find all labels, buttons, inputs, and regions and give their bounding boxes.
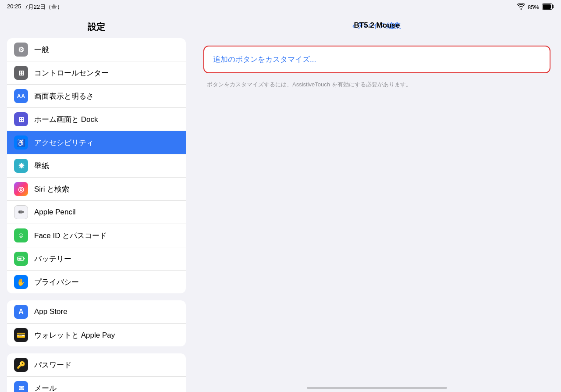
svg-rect-1 [543, 4, 551, 9]
battery-settings-icon [14, 252, 28, 266]
sidebar-item-password[interactable]: 🔑 パスワード [7, 353, 186, 377]
wallpaper-icon: ❋ [14, 159, 28, 173]
sidebar-item-appstore[interactable]: A App Store [7, 300, 186, 324]
sidebar-item-label: Face ID とパスコード [34, 231, 107, 241]
main-container: 設定 ⚙ 一般 ⊞ コントロールセンター AA 画面表示と明るさ [0, 14, 561, 392]
battery-percentage: 85% [528, 4, 539, 11]
status-time-area: 20:25 7月22日（金） [7, 3, 63, 11]
general-icon: ⚙ [14, 43, 28, 57]
appstore-icon: A [14, 305, 28, 319]
sidebar-item-privacy[interactable]: ✋ プライバシー [7, 271, 186, 293]
detail-title: BT5.2 Mouse [354, 21, 400, 30]
sidebar-item-label: アクセシビリティ [34, 138, 94, 148]
home-bar [307, 387, 447, 389]
home-indicator [193, 383, 561, 392]
sidebar-item-label: Apple Pencil [34, 208, 76, 217]
detail-content: 追加のボタンをカスタマイズ... ボタンをカスタマイズするには、Assistiv… [193, 37, 561, 383]
customize-button-label: 追加のボタンをカスタマイズ... [213, 55, 316, 64]
sidebar-item-display[interactable]: AA 画面表示と明るさ [7, 85, 186, 108]
wifi-icon [517, 4, 525, 11]
customize-button-card[interactable]: 追加のボタンをカスタマイズ... [203, 46, 550, 73]
mail-icon: ✉ [14, 381, 28, 392]
sidebar-item-label: バッテリー [34, 254, 71, 264]
sidebar-item-label: 壁紙 [34, 161, 49, 171]
status-date: 7月22日（金） [25, 3, 63, 11]
privacy-icon: ✋ [14, 275, 28, 289]
sidebar-item-battery[interactable]: バッテリー [7, 247, 186, 271]
sidebar-item-siri[interactable]: ◎ Siri と検索 [7, 178, 186, 201]
battery-icon [542, 4, 554, 11]
svg-rect-3 [18, 258, 21, 260]
status-time: 20:25 [7, 3, 21, 11]
status-icons: 85% [517, 4, 554, 11]
sidebar-item-label: ウォレットと Apple Pay [34, 330, 115, 340]
sidebar-title: 設定 [0, 18, 193, 38]
hint-text: ボタンをカスタマイズするには、AssistiveTouch を有効にする必要があ… [203, 80, 550, 89]
sidebar-item-label: Siri と検索 [34, 184, 69, 194]
sidebar-item-homescreen[interactable]: ⊞ ホーム画面と Dock [7, 108, 186, 131]
sidebar-item-control-center[interactable]: ⊞ コントロールセンター [7, 61, 186, 85]
sidebar: 設定 ⚙ 一般 ⊞ コントロールセンター AA 画面表示と明るさ [0, 14, 193, 392]
sidebar-item-face-id[interactable]: ☺ Face ID とパスコード [7, 224, 186, 247]
sidebar-item-apple-pencil[interactable]: ✏ Apple Pencil [7, 201, 186, 224]
homescreen-icon: ⊞ [14, 112, 28, 126]
sidebar-item-label: 画面表示と明るさ [34, 91, 94, 101]
face-id-icon: ☺ [14, 228, 28, 242]
sidebar-item-wallpaper[interactable]: ❋ 壁紙 [7, 154, 186, 178]
detail-header: ‹ デバイス BT5.2 Mouse 編集 [193, 14, 561, 37]
sidebar-item-general[interactable]: ⚙ 一般 [7, 38, 186, 61]
siri-icon: ◎ [14, 182, 28, 196]
sidebar-item-accessibility[interactable]: ♿ アクセシビリティ [7, 131, 186, 154]
accessibility-icon: ♿ [14, 135, 28, 150]
control-center-icon: ⊞ [14, 66, 28, 80]
sidebar-item-label: 一般 [34, 45, 49, 55]
sidebar-group-3: 🔑 パスワード ✉ メール 👤 連絡先 [7, 353, 186, 392]
sidebar-group-1: ⚙ 一般 ⊞ コントロールセンター AA 画面表示と明るさ ⊞ ホ [7, 38, 186, 293]
sidebar-item-label: App Store [34, 307, 67, 316]
sidebar-item-label: メール [34, 383, 57, 392]
sidebar-item-label: コントロールセンター [34, 68, 109, 78]
password-icon: 🔑 [14, 358, 28, 372]
apple-pencil-icon: ✏ [14, 205, 28, 219]
sidebar-item-wallet[interactable]: 💳 ウォレットと Apple Pay [7, 324, 186, 346]
detail-pane: ‹ デバイス BT5.2 Mouse 編集 追加のボタンをカスタマイズ... ボ… [193, 14, 561, 392]
sidebar-item-label: ホーム画面と Dock [34, 114, 98, 125]
wallet-icon: 💳 [14, 328, 28, 342]
sidebar-item-mail[interactable]: ✉ メール [7, 377, 186, 392]
sidebar-item-label: パスワード [34, 360, 71, 370]
display-icon: AA [14, 89, 28, 103]
sidebar-group-2: A App Store 💳 ウォレットと Apple Pay [7, 300, 186, 346]
sidebar-item-label: プライバシー [34, 277, 79, 287]
status-bar: 20:25 7月22日（金） 85% [0, 0, 561, 14]
